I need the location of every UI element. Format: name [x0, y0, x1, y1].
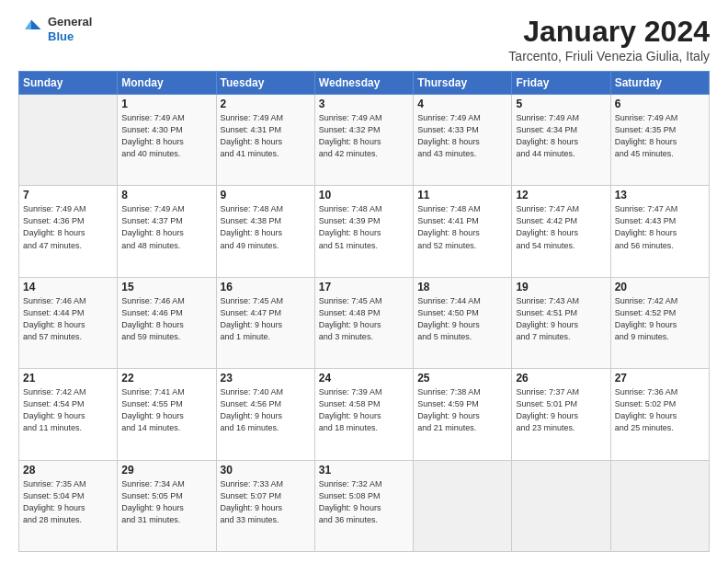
day-number: 29 — [121, 464, 211, 477]
day-info: Sunrise: 7:47 AMSunset: 4:43 PMDaylight:… — [615, 203, 705, 251]
header: General Blue January 2024 Tarcento, Friu… — [18, 15, 710, 63]
col-tuesday: Tuesday — [216, 72, 314, 95]
day-info: Sunrise: 7:33 AMSunset: 5:07 PMDaylight:… — [221, 478, 311, 526]
day-info: Sunrise: 7:37 AMSunset: 5:01 PMDaylight:… — [516, 386, 606, 434]
calendar-body: 1Sunrise: 7:49 AMSunset: 4:30 PMDaylight… — [19, 95, 710, 552]
col-thursday: Thursday — [414, 72, 512, 95]
day-info: Sunrise: 7:49 AMSunset: 4:37 PMDaylight:… — [121, 203, 211, 251]
calendar-week-3: 14Sunrise: 7:46 AMSunset: 4:44 PMDayligh… — [19, 277, 710, 368]
day-number: 22 — [121, 372, 211, 385]
calendar-cell: 31Sunrise: 7:32 AMSunset: 5:08 PMDayligh… — [314, 460, 413, 551]
col-monday: Monday — [118, 72, 216, 95]
calendar-cell — [19, 95, 118, 186]
calendar-cell: 5Sunrise: 7:49 AMSunset: 4:34 PMDaylight… — [512, 95, 610, 186]
day-info: Sunrise: 7:46 AMSunset: 4:46 PMDaylight:… — [121, 295, 211, 343]
calendar-cell: 6Sunrise: 7:49 AMSunset: 4:35 PMDaylight… — [610, 95, 709, 186]
calendar-week-1: 1Sunrise: 7:49 AMSunset: 4:30 PMDaylight… — [19, 95, 710, 186]
calendar-page: General Blue January 2024 Tarcento, Friu… — [0, 0, 728, 563]
day-number: 2 — [221, 98, 311, 110]
day-number: 20 — [615, 281, 705, 293]
day-number: 28 — [23, 464, 113, 477]
day-number: 16 — [221, 281, 311, 293]
calendar-cell: 18Sunrise: 7:44 AMSunset: 4:50 PMDayligh… — [414, 277, 512, 368]
calendar-cell: 27Sunrise: 7:36 AMSunset: 5:02 PMDayligh… — [610, 369, 709, 460]
day-info: Sunrise: 7:49 AMSunset: 4:36 PMDaylight:… — [23, 203, 113, 251]
calendar-cell: 30Sunrise: 7:33 AMSunset: 5:07 PMDayligh… — [216, 460, 314, 551]
col-saturday: Saturday — [610, 72, 709, 95]
day-info: Sunrise: 7:49 AMSunset: 4:34 PMDaylight:… — [516, 112, 606, 160]
day-info: Sunrise: 7:49 AMSunset: 4:33 PMDaylight:… — [417, 112, 507, 160]
day-number: 19 — [516, 281, 606, 293]
day-info: Sunrise: 7:41 AMSunset: 4:55 PMDaylight:… — [121, 386, 211, 434]
calendar-cell: 7Sunrise: 7:49 AMSunset: 4:36 PMDaylight… — [19, 186, 118, 277]
day-info: Sunrise: 7:40 AMSunset: 4:56 PMDaylight:… — [221, 386, 311, 434]
day-info: Sunrise: 7:48 AMSunset: 4:41 PMDaylight:… — [417, 203, 507, 251]
day-number: 25 — [417, 372, 507, 385]
col-sunday: Sunday — [19, 72, 118, 95]
day-number: 11 — [417, 189, 507, 201]
day-number: 1 — [121, 98, 211, 110]
calendar-cell: 15Sunrise: 7:46 AMSunset: 4:46 PMDayligh… — [118, 277, 216, 368]
calendar-cell: 2Sunrise: 7:49 AMSunset: 4:31 PMDaylight… — [216, 95, 314, 186]
header-row: Sunday Monday Tuesday Wednesday Thursday… — [19, 72, 710, 95]
svg-marker-0 — [31, 19, 41, 29]
day-number: 13 — [615, 189, 705, 201]
calendar-week-5: 28Sunrise: 7:35 AMSunset: 5:04 PMDayligh… — [19, 460, 710, 551]
day-number: 9 — [221, 189, 311, 201]
day-info: Sunrise: 7:49 AMSunset: 4:30 PMDaylight:… — [121, 112, 211, 160]
calendar-cell: 23Sunrise: 7:40 AMSunset: 4:56 PMDayligh… — [216, 369, 314, 460]
logo-icon — [18, 17, 44, 42]
calendar-cell — [414, 460, 512, 551]
calendar-cell: 26Sunrise: 7:37 AMSunset: 5:01 PMDayligh… — [512, 369, 610, 460]
day-number: 24 — [319, 372, 409, 385]
subtitle: Tarcento, Friuli Venezia Giulia, Italy — [508, 49, 710, 63]
day-number: 30 — [221, 464, 311, 477]
calendar-cell: 12Sunrise: 7:47 AMSunset: 4:42 PMDayligh… — [512, 186, 610, 277]
day-info: Sunrise: 7:32 AMSunset: 5:08 PMDaylight:… — [319, 478, 409, 526]
main-title: January 2024 — [508, 15, 710, 49]
day-number: 26 — [516, 372, 606, 385]
calendar-table: Sunday Monday Tuesday Wednesday Thursday… — [18, 71, 710, 552]
day-info: Sunrise: 7:34 AMSunset: 5:05 PMDaylight:… — [121, 478, 211, 526]
day-number: 17 — [319, 281, 409, 293]
calendar-cell: 20Sunrise: 7:42 AMSunset: 4:52 PMDayligh… — [610, 277, 709, 368]
logo: General Blue — [18, 15, 92, 43]
day-number: 12 — [516, 189, 606, 201]
logo-general-text: General — [48, 15, 92, 29]
day-info: Sunrise: 7:42 AMSunset: 4:52 PMDaylight:… — [615, 295, 705, 343]
day-info: Sunrise: 7:46 AMSunset: 4:44 PMDaylight:… — [23, 295, 113, 343]
col-wednesday: Wednesday — [314, 72, 413, 95]
calendar-cell: 3Sunrise: 7:49 AMSunset: 4:32 PMDaylight… — [314, 95, 413, 186]
calendar-cell: 19Sunrise: 7:43 AMSunset: 4:51 PMDayligh… — [512, 277, 610, 368]
day-info: Sunrise: 7:42 AMSunset: 4:54 PMDaylight:… — [23, 386, 113, 434]
calendar-cell: 29Sunrise: 7:34 AMSunset: 5:05 PMDayligh… — [118, 460, 216, 551]
day-info: Sunrise: 7:47 AMSunset: 4:42 PMDaylight:… — [516, 203, 606, 251]
day-info: Sunrise: 7:48 AMSunset: 4:39 PMDaylight:… — [319, 203, 409, 251]
calendar-cell: 4Sunrise: 7:49 AMSunset: 4:33 PMDaylight… — [414, 95, 512, 186]
title-block: January 2024 Tarcento, Friuli Venezia Gi… — [508, 15, 710, 63]
calendar-cell: 25Sunrise: 7:38 AMSunset: 4:59 PMDayligh… — [414, 369, 512, 460]
day-number: 6 — [615, 98, 705, 110]
calendar-cell: 24Sunrise: 7:39 AMSunset: 4:58 PMDayligh… — [314, 369, 413, 460]
day-info: Sunrise: 7:45 AMSunset: 4:47 PMDaylight:… — [221, 295, 311, 343]
day-number: 5 — [516, 98, 606, 110]
col-friday: Friday — [512, 72, 610, 95]
day-number: 15 — [121, 281, 211, 293]
day-number: 18 — [417, 281, 507, 293]
day-info: Sunrise: 7:36 AMSunset: 5:02 PMDaylight:… — [615, 386, 705, 434]
calendar-cell — [512, 460, 610, 551]
day-number: 23 — [221, 372, 311, 385]
calendar-cell: 13Sunrise: 7:47 AMSunset: 4:43 PMDayligh… — [610, 186, 709, 277]
calendar-cell: 28Sunrise: 7:35 AMSunset: 5:04 PMDayligh… — [19, 460, 118, 551]
day-info: Sunrise: 7:38 AMSunset: 4:59 PMDaylight:… — [417, 386, 507, 434]
day-info: Sunrise: 7:43 AMSunset: 4:51 PMDaylight:… — [516, 295, 606, 343]
day-number: 3 — [319, 98, 409, 110]
calendar-cell: 11Sunrise: 7:48 AMSunset: 4:41 PMDayligh… — [414, 186, 512, 277]
day-info: Sunrise: 7:49 AMSunset: 4:35 PMDaylight:… — [615, 112, 705, 160]
day-info: Sunrise: 7:39 AMSunset: 4:58 PMDaylight:… — [319, 386, 409, 434]
day-info: Sunrise: 7:49 AMSunset: 4:32 PMDaylight:… — [319, 112, 409, 160]
calendar-cell: 9Sunrise: 7:48 AMSunset: 4:38 PMDaylight… — [216, 186, 314, 277]
day-info: Sunrise: 7:35 AMSunset: 5:04 PMDaylight:… — [23, 478, 113, 526]
calendar-cell: 10Sunrise: 7:48 AMSunset: 4:39 PMDayligh… — [314, 186, 413, 277]
logo-blue-text: Blue — [48, 29, 92, 44]
